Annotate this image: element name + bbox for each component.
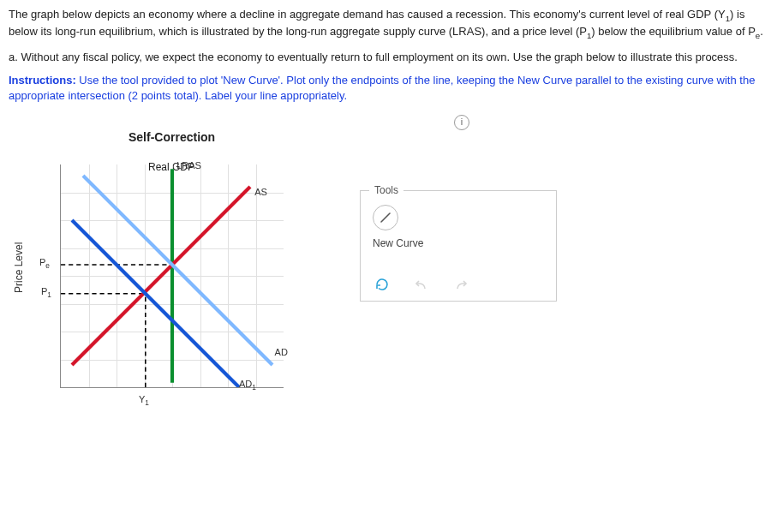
intro-paragraph-1: The graph below depicts an economy where… <box>9 7 774 41</box>
reset-button[interactable] <box>373 275 392 294</box>
tools-panel: Tools New Curve <box>360 190 557 302</box>
y-axis-label: Price Level <box>13 242 25 293</box>
as-curve <box>72 187 250 365</box>
intro-text: The graph below depicts an economy where… <box>9 8 726 21</box>
ad-curve <box>83 176 272 365</box>
plot-area[interactable]: LRAS AS AD AD1 <box>60 164 284 388</box>
chart[interactable]: Price Level <box>26 156 317 430</box>
line-tool-icon <box>380 212 392 224</box>
y1-tick: Y1 <box>139 394 149 407</box>
instructions-label: Instructions: <box>9 74 76 87</box>
info-icon[interactable]: i <box>454 115 469 130</box>
redo-icon <box>452 278 469 290</box>
intro-text: . <box>760 25 763 38</box>
intro-text: ) below the equilibrium value of P <box>591 25 756 38</box>
pe-tick: Pe <box>39 257 50 270</box>
as-label: AS <box>254 187 267 197</box>
new-curve-tool-button[interactable] <box>373 205 398 230</box>
lras-label: LRAS <box>176 160 201 170</box>
ad1-curve <box>72 220 239 387</box>
curves-svg <box>61 164 284 387</box>
instructions-text: Use the tool provided to plot 'New Curve… <box>9 74 755 102</box>
question-a: a. Without any fiscal policy, we expect … <box>9 50 774 65</box>
new-curve-label: New Curve <box>373 237 544 249</box>
reset-icon <box>374 277 390 292</box>
undo-icon <box>413 278 430 290</box>
ad-label: AD <box>275 347 288 357</box>
tools-legend: Tools <box>369 184 403 196</box>
undo-button[interactable] <box>412 275 431 294</box>
svg-line-0 <box>381 213 390 222</box>
p1-tick: P1 <box>41 286 51 299</box>
chart-title: Self-Correction <box>129 130 774 144</box>
redo-button[interactable] <box>451 275 470 294</box>
ad1-label: AD1 <box>239 379 256 392</box>
instructions: Instructions: Use the tool provided to p… <box>9 73 774 103</box>
